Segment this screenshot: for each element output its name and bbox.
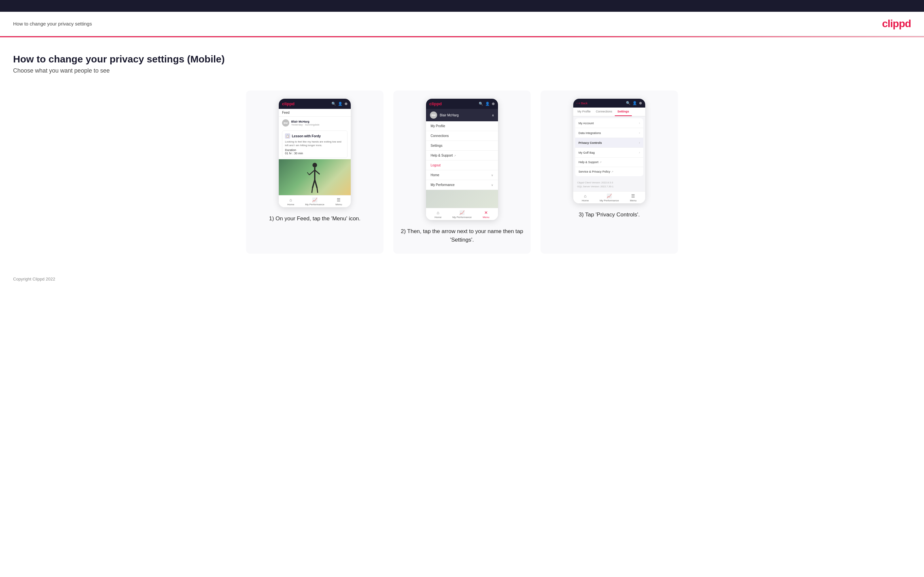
menu-user-left: BM Blair McHarg	[430, 111, 459, 119]
lesson-title: Lesson with Fordy	[292, 134, 321, 138]
page-footer: Copyright Clippd 2022	[0, 267, 924, 291]
svg-line-7	[312, 188, 312, 193]
page-subheading: Choose what you want people to see	[13, 67, 911, 74]
app-logo-2: clippd	[429, 102, 442, 106]
main-content: How to change your privacy settings (Mob…	[0, 37, 924, 267]
feed-user-info: Blair McHarg Yesterday · Sunningdale	[291, 120, 319, 126]
menu-user-name: Blair McHarg	[440, 113, 459, 117]
bottom-nav-2: ⌂ Home 📈 My Performance ✕ Menu	[426, 208, 498, 220]
search-icon-1: 🔍	[331, 102, 336, 106]
feed-screen: Feed BM Blair McHarg Yesterday · Sunning…	[279, 109, 351, 207]
lesson-card: 📋 Lesson with Fordy Looking to feel like…	[282, 131, 347, 158]
nav-menu-label-1: Menu	[335, 203, 342, 206]
nav-performance-label-2: My Performance	[452, 216, 472, 219]
settings-row-service-privacy: Service & Privacy Policy	[575, 167, 643, 176]
settings-row-data-integrations: Data Integrations ›	[575, 128, 643, 138]
my-golf-bag-label: My Golf Bag	[578, 151, 595, 154]
settings-tabs: My Profile Connections Settings	[573, 108, 645, 116]
app-icons-1: 🔍 👤 ⊕	[331, 102, 347, 106]
step-2-card: clippd 🔍 👤 ⊕ BM Blair McHarg ∧	[393, 90, 531, 254]
step-3-description: 3) Tap 'Privacy Controls'.	[579, 211, 640, 219]
copyright-text: Copyright Clippd 2022	[13, 277, 55, 282]
phone-mockup-1: clippd 🔍 👤 ⊕ Feed BM Blair McHarg Yester…	[279, 99, 351, 207]
nav-performance-2: 📈 My Performance	[450, 210, 474, 219]
nav-home-1: ⌂ Home	[279, 197, 303, 206]
app-header-2: clippd 🔍 👤 ⊕	[426, 99, 498, 109]
menu-close-icon-2: ✕	[484, 210, 488, 215]
settings-row-my-account: My Account ›	[575, 118, 643, 128]
settings-screen: My Profile Connections Settings My Accou…	[573, 108, 645, 203]
avatar-2: BM	[430, 111, 437, 119]
duration-value: 01 hr : 30 min	[285, 152, 344, 155]
step-2-description: 2) Then, tap the arrow next to your name…	[400, 227, 524, 244]
performance-icon-2: 📈	[459, 210, 465, 215]
settings-footer: Clippd Client Version: 2022.8.3-3 GQL Se…	[573, 178, 645, 191]
nav-menu-label-3: Menu	[630, 199, 636, 202]
home-section-label: Home	[431, 173, 439, 177]
menu-screen: BM Blair McHarg ∧ My Profile Connections	[426, 109, 498, 220]
back-label: < Back	[578, 102, 588, 105]
profile-icon-1: 👤	[338, 102, 342, 106]
chevron-up-icon: ∧	[492, 113, 494, 117]
nav-home-label-3: Home	[582, 199, 589, 202]
settings-icon-2: ⊕	[492, 102, 495, 106]
back-link: ‹ < Back	[577, 102, 588, 105]
nav-performance-label-3: My Performance	[600, 199, 619, 202]
menu-icon-3: ☰	[631, 193, 635, 198]
data-integrations-label: Data Integrations	[578, 131, 601, 135]
tab-my-profile: My Profile	[575, 108, 593, 116]
step-1-card: clippd 🔍 👤 ⊕ Feed BM Blair McHarg Yester…	[246, 90, 383, 254]
tab-connections: Connections	[593, 108, 615, 116]
nav-home-3: ⌂ Home	[573, 193, 597, 202]
golf-image	[279, 159, 351, 195]
home-icon-1: ⌂	[289, 197, 292, 202]
bottom-nav-1: ⌂ Home 📈 My Performance ☰ Menu	[279, 195, 351, 207]
bottom-nav-3: ⌂ Home 📈 My Performance ☰ Menu	[573, 191, 645, 203]
menu-item-settings: Settings	[426, 141, 498, 151]
avatar-1: BM	[282, 119, 289, 127]
search-icon-3: 🔍	[626, 101, 630, 105]
logo: clippd	[882, 18, 911, 30]
nav-home-2: ⌂ Home	[426, 210, 450, 219]
menu-item-logout: Logout	[426, 161, 498, 170]
performance-icon-1: 📈	[312, 197, 317, 202]
svg-line-5	[312, 180, 315, 188]
home-chevron-icon: ∨	[491, 174, 493, 177]
settings-label: Settings	[431, 144, 443, 147]
my-account-chevron: ›	[639, 121, 640, 125]
nav-performance-3: 📈 My Performance	[597, 193, 621, 202]
lesson-title-row: 📋 Lesson with Fordy	[285, 134, 344, 139]
step-1-description: 1) On your Feed, tap the 'Menu' icon.	[269, 214, 360, 223]
svg-line-6	[315, 180, 317, 188]
nav-performance-1: 📈 My Performance	[303, 197, 326, 206]
settings-icon-1: ⊕	[344, 102, 347, 106]
settings-icon-3: ⊕	[639, 101, 642, 105]
home-icon-3: ⌂	[584, 193, 586, 198]
lesson-icon: 📋	[285, 134, 290, 139]
app-icons-3: 🔍 👤 ⊕	[626, 101, 642, 105]
settings-row-help-support: Help & Support	[575, 158, 643, 167]
step-3-card: ‹ < Back 🔍 👤 ⊕ My Profile Connections Se…	[541, 90, 678, 254]
privacy-controls-label: Privacy Controls	[578, 141, 602, 145]
search-icon-2: 🔍	[479, 102, 483, 106]
feed-user-sub: Yesterday · Sunningdale	[291, 123, 319, 126]
menu-item-connections: Connections	[426, 131, 498, 141]
home-icon-2: ⌂	[437, 210, 439, 215]
performance-chevron-icon: ∨	[491, 184, 493, 187]
menu-item-my-profile: My Profile	[426, 121, 498, 131]
nav-menu-1: ☰ Menu	[327, 197, 351, 206]
page-heading: How to change your privacy settings (Mob…	[13, 53, 911, 65]
app-logo-1: clippd	[282, 102, 294, 106]
phone-mockup-3: ‹ < Back 🔍 👤 ⊕ My Profile Connections Se…	[573, 99, 645, 203]
nav-performance-label-1: My Performance	[305, 203, 325, 206]
connections-label: Connections	[431, 134, 449, 138]
settings-back-bar: ‹ < Back 🔍 👤 ⊕	[573, 99, 645, 108]
my-account-label: My Account	[578, 122, 594, 125]
help-label: Help & Support	[431, 154, 456, 157]
my-golf-bag-chevron: ›	[639, 151, 640, 154]
menu-item-help: Help & Support	[426, 151, 498, 161]
settings-row-privacy-controls: Privacy Controls ›	[575, 138, 643, 148]
menu-section-performance: My Performance ∨	[426, 180, 498, 190]
duration-label: Duration	[285, 148, 344, 152]
menu-sections: Home ∨ My Performance ∨	[426, 170, 498, 208]
